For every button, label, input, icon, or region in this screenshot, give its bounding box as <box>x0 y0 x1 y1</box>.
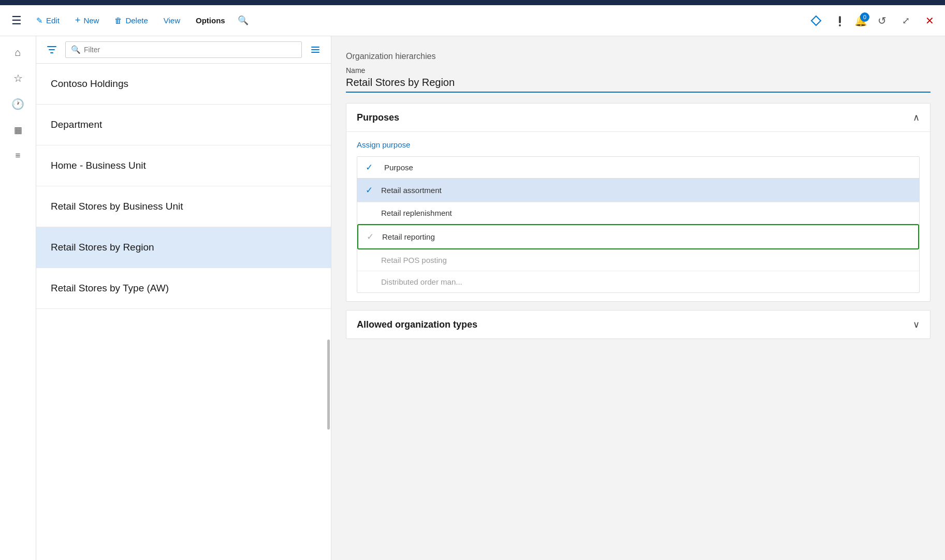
purpose-row-reporting[interactable]: ✓ Retail reporting <box>357 224 919 249</box>
sidebar-toolbar: 🔍 <box>36 36 331 64</box>
close-icon-button[interactable]: ✕ <box>920 11 939 30</box>
header-purpose-col: Purpose <box>384 163 911 172</box>
svg-rect-2 <box>311 47 319 48</box>
field-label-name: Name <box>346 66 931 75</box>
distributed-name: Distributed order man... <box>381 277 911 286</box>
purposes-card-body: Assign purpose ✓ Purpose ✓ Retail assort… <box>346 132 930 301</box>
purposes-card: Purposes ∧ Assign purpose ✓ Purpose ✓ Re… <box>346 103 931 302</box>
field-value-name: Retail Stores by Region <box>346 77 931 93</box>
filter-input-wrapper[interactable]: 🔍 <box>65 41 302 58</box>
nav-list-icon[interactable]: ≡ <box>6 144 30 168</box>
purpose-row-pos[interactable]: Retail POS posting <box>357 249 919 271</box>
replenishment-name: Retail replenishment <box>381 209 911 217</box>
edit-icon: ✎ <box>36 16 43 25</box>
filter-icon-button[interactable] <box>42 40 61 59</box>
allowed-org-types-card: Allowed organization types ∨ <box>346 310 931 339</box>
delete-icon: 🗑 <box>114 16 122 25</box>
purposes-title: Purposes <box>357 112 399 123</box>
assign-purpose-link[interactable]: Assign purpose <box>357 140 410 149</box>
allowed-org-types-header[interactable]: Allowed organization types ∨ <box>346 311 930 338</box>
reporting-check: ✓ <box>367 231 382 242</box>
options-label: Options <box>196 16 225 25</box>
svg-rect-0 <box>839 16 841 23</box>
assortment-check: ✓ <box>366 185 381 196</box>
diamond-icon-button[interactable] <box>807 11 825 30</box>
edit-label: Edit <box>46 16 60 25</box>
options-button[interactable]: Options <box>188 13 232 28</box>
nav-grid-icon[interactable]: ▦ <box>6 118 30 142</box>
sidebar-item-contoso[interactable]: Contoso Holdings <box>36 64 331 105</box>
expand-icon-button[interactable]: ⤢ <box>896 11 915 30</box>
notification-badge: 0 <box>860 12 869 22</box>
assortment-name: Retail assortment <box>381 186 911 195</box>
notification-button[interactable]: 🔔 0 <box>854 14 867 27</box>
new-icon: + <box>75 15 81 26</box>
sidebar-item-retail-bu[interactable]: Retail Stores by Business Unit <box>36 186 331 227</box>
svg-rect-1 <box>839 24 841 26</box>
purposes-chevron-up-icon: ∧ <box>913 112 920 123</box>
section-title: Organization hierarchies <box>346 52 931 61</box>
list-icon-button[interactable] <box>306 40 325 59</box>
purpose-row-replenishment[interactable]: Retail replenishment <box>357 202 919 224</box>
delete-button[interactable]: 🗑 Delete <box>107 13 155 28</box>
main-content: Organization hierarchies Name Retail Sto… <box>331 36 945 560</box>
global-search[interactable]: 🔍 <box>238 15 344 26</box>
svg-rect-4 <box>311 52 319 53</box>
purpose-row-assortment[interactable]: ✓ Retail assortment <box>357 179 919 202</box>
new-label: New <box>83 16 99 25</box>
delete-label: Delete <box>125 16 148 25</box>
purpose-table-header: ✓ Purpose <box>357 157 919 179</box>
purpose-row-distributed[interactable]: Distributed order man... <box>357 271 919 292</box>
left-nav: ⌂ ☆ 🕐 ▦ ≡ <box>0 36 36 560</box>
view-button[interactable]: View <box>156 13 187 28</box>
nav-star-icon[interactable]: ☆ <box>6 66 30 90</box>
svg-rect-3 <box>311 49 319 50</box>
nav-home-icon[interactable]: ⌂ <box>6 40 30 64</box>
reporting-name: Retail reporting <box>382 232 910 241</box>
header-check-col: ✓ <box>366 162 384 173</box>
purposes-card-header[interactable]: Purposes ∧ <box>346 104 930 132</box>
sidebar-panel: 🔍 Contoso Holdings Department Home - Bus… <box>36 36 331 560</box>
sidebar-item-department[interactable]: Department <box>36 105 331 145</box>
purpose-table: ✓ Purpose ✓ Retail assortment Retail rep… <box>357 156 920 293</box>
sidebar-item-retail-type-aw[interactable]: Retail Stores by Type (AW) <box>36 268 331 309</box>
search-icon: 🔍 <box>238 15 249 26</box>
allowed-org-types-chevron-down-icon: ∨ <box>913 319 920 330</box>
hamburger-button[interactable]: ☰ <box>6 11 27 31</box>
sidebar-item-retail-region[interactable]: Retail Stores by Region <box>36 227 331 268</box>
sidebar-item-home-bu[interactable]: Home - Business Unit <box>36 145 331 186</box>
edit-button[interactable]: ✎ Edit <box>29 13 67 28</box>
hamburger-icon: ☰ <box>11 14 22 27</box>
pos-name: Retail POS posting <box>381 256 911 264</box>
sidebar-scrollbar[interactable] <box>327 340 330 430</box>
new-button[interactable]: + New <box>68 12 107 29</box>
refresh-icon-button[interactable]: ↺ <box>873 11 891 30</box>
sidebar-list: Contoso Holdings Department Home - Busin… <box>36 64 331 560</box>
info-icon-button[interactable] <box>831 11 849 30</box>
filter-search-icon: 🔍 <box>71 45 81 54</box>
search-input[interactable] <box>251 16 344 25</box>
allowed-org-types-title: Allowed organization types <box>357 319 477 330</box>
nav-clock-icon[interactable]: 🕐 <box>6 92 30 116</box>
view-label: View <box>164 16 180 25</box>
filter-input[interactable] <box>84 46 296 54</box>
